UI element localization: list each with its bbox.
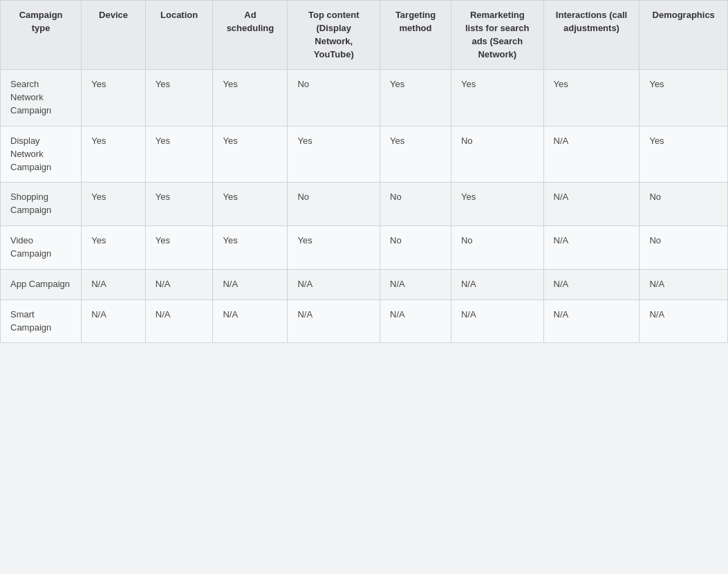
- cell-device-2: Yes: [82, 183, 146, 226]
- cell-remarketing-4: N/A: [451, 269, 543, 299]
- col-header-location: Location: [145, 1, 213, 70]
- cell-remarketing-2: Yes: [451, 183, 543, 226]
- cell-top_content-3: Yes: [288, 226, 380, 270]
- cell-ad_scheduling-4: N/A: [213, 269, 288, 299]
- cell-targeting_method-2: No: [380, 183, 451, 226]
- cell-demographics-0: Yes: [640, 70, 728, 127]
- cell-demographics-3: No: [640, 226, 728, 270]
- table-body: Search Network CampaignYesYesYesNoYesYes…: [1, 70, 728, 343]
- cell-ad_scheduling-5: N/A: [213, 299, 288, 343]
- cell-interactions-3: N/A: [543, 226, 640, 270]
- cell-demographics-1: Yes: [640, 126, 728, 183]
- cell-location-3: Yes: [145, 226, 213, 270]
- cell-targeting_method-4: N/A: [380, 269, 451, 299]
- cell-campaign_type-2: Shopping Campaign: [1, 183, 82, 226]
- table-row: Display Network CampaignYesYesYesYesYesN…: [1, 126, 728, 183]
- cell-interactions-1: N/A: [543, 126, 640, 183]
- cell-campaign_type-5: Smart Campaign: [1, 299, 82, 343]
- cell-targeting_method-3: No: [380, 226, 451, 270]
- cell-campaign_type-0: Search Network Campaign: [1, 70, 82, 127]
- table-row: App CampaignN/AN/AN/AN/AN/AN/AN/AN/A: [1, 269, 728, 299]
- cell-interactions-2: N/A: [543, 183, 640, 226]
- col-header-demographics: Demographics: [640, 1, 728, 70]
- cell-device-3: Yes: [82, 226, 146, 270]
- cell-device-0: Yes: [82, 70, 146, 127]
- cell-campaign_type-4: App Campaign: [1, 269, 82, 299]
- col-header-ad_scheduling: Ad scheduling: [213, 1, 288, 70]
- cell-targeting_method-0: Yes: [380, 70, 451, 127]
- cell-device-4: N/A: [82, 269, 146, 299]
- cell-ad_scheduling-0: Yes: [213, 70, 288, 127]
- table-row: Smart CampaignN/AN/AN/AN/AN/AN/AN/AN/A: [1, 299, 728, 343]
- cell-top_content-5: N/A: [288, 299, 380, 343]
- table-wrapper: Campaign typeDeviceLocationAd scheduling…: [0, 0, 728, 343]
- cell-top_content-0: No: [288, 70, 380, 127]
- cell-remarketing-1: No: [451, 126, 543, 183]
- cell-remarketing-5: N/A: [451, 299, 543, 343]
- cell-interactions-5: N/A: [543, 299, 640, 343]
- cell-location-1: Yes: [145, 126, 213, 183]
- cell-demographics-5: N/A: [640, 299, 728, 343]
- cell-location-4: N/A: [145, 269, 213, 299]
- cell-targeting_method-5: N/A: [380, 299, 451, 343]
- cell-campaign_type-1: Display Network Campaign: [1, 126, 82, 183]
- cell-location-5: N/A: [145, 299, 213, 343]
- cell-demographics-2: No: [640, 183, 728, 226]
- cell-interactions-4: N/A: [543, 269, 640, 299]
- comparison-table: Campaign typeDeviceLocationAd scheduling…: [0, 0, 728, 343]
- cell-campaign_type-3: Video Campaign: [1, 226, 82, 270]
- cell-remarketing-0: Yes: [451, 70, 543, 127]
- cell-targeting_method-1: Yes: [380, 126, 451, 183]
- cell-device-1: Yes: [82, 126, 146, 183]
- table-row: Shopping CampaignYesYesYesNoNoYesN/ANo: [1, 183, 728, 226]
- cell-interactions-0: Yes: [543, 70, 640, 127]
- col-header-interactions: Interactions (call adjustments): [543, 1, 640, 70]
- cell-remarketing-3: No: [451, 226, 543, 270]
- col-header-targeting_method: Targeting method: [380, 1, 451, 70]
- cell-demographics-4: N/A: [640, 269, 728, 299]
- cell-location-2: Yes: [145, 183, 213, 226]
- table-row: Search Network CampaignYesYesYesNoYesYes…: [1, 70, 728, 127]
- col-header-remarketing: Remarketing lists for search ads (Search…: [451, 1, 543, 70]
- cell-top_content-4: N/A: [288, 269, 380, 299]
- cell-device-5: N/A: [82, 299, 146, 343]
- table-header-row: Campaign typeDeviceLocationAd scheduling…: [1, 1, 728, 70]
- cell-ad_scheduling-2: Yes: [213, 183, 288, 226]
- col-header-campaign_type: Campaign type: [1, 1, 82, 70]
- cell-location-0: Yes: [145, 70, 213, 127]
- cell-ad_scheduling-1: Yes: [213, 126, 288, 183]
- cell-top_content-2: No: [288, 183, 380, 226]
- table-row: Video CampaignYesYesYesYesNoNoN/ANo: [1, 226, 728, 270]
- cell-top_content-1: Yes: [288, 126, 380, 183]
- col-header-top_content: Top content (Display Network, YouTube): [288, 1, 380, 70]
- cell-ad_scheduling-3: Yes: [213, 226, 288, 270]
- col-header-device: Device: [82, 1, 146, 70]
